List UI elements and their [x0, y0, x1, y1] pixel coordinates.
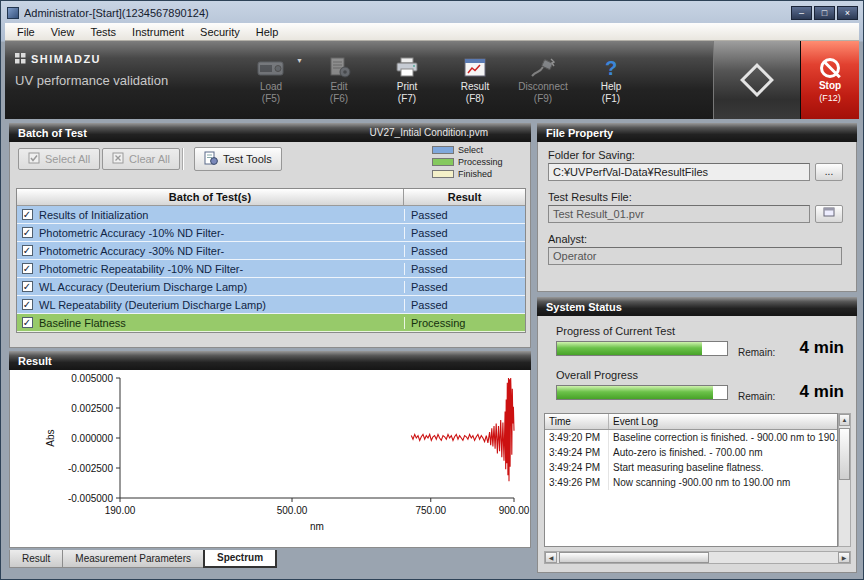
batch-row-wl-accuracy-deuterium-discharge-lamp[interactable]: ✓WL Accuracy (Deuterium Discharge Lamp)P…	[17, 278, 525, 296]
batch-row-wl-repeatability-deuterium-discharge-lamp[interactable]: ✓WL Repeatability (Deuterium Discharge L…	[17, 296, 525, 314]
folder-for-saving-field[interactable]: C:¥UVPerfVal-Data¥ResultFiles	[548, 163, 810, 181]
tab-result[interactable]: Result	[9, 550, 62, 568]
svg-text:nm: nm	[310, 521, 324, 532]
row-checkbox[interactable]: ✓	[22, 245, 33, 256]
batch-row-photometric-accuracy-30-nd-filter[interactable]: ✓Photometric Accuracy -30% ND Filter-Pas…	[17, 242, 525, 260]
print-label: Print	[397, 81, 418, 92]
test-result: Passed	[404, 209, 525, 221]
result-tabs: ResultMeasurement ParametersSpectrum	[9, 550, 277, 568]
row-checkbox[interactable]: ✓	[22, 209, 33, 220]
svg-text:750.00: 750.00	[415, 505, 446, 516]
svg-text:?: ?	[605, 57, 617, 79]
browse-folder-button[interactable]: ...	[815, 163, 843, 181]
legend-label-processing: Processing	[458, 157, 503, 167]
print-button[interactable]: Print(F7)	[373, 41, 441, 119]
start-button[interactable]	[713, 41, 801, 119]
help-shortcut: (F1)	[602, 93, 620, 104]
file-property-header: File Property	[537, 123, 857, 142]
event-log-table: Time Event Log 3:49:20 PMBaseline correc…	[544, 413, 838, 547]
row-checkbox[interactable]: ✓	[22, 227, 33, 238]
row-checkbox[interactable]: ✓	[22, 299, 33, 310]
minimize-button[interactable]: –	[791, 6, 812, 20]
scroll-up-icon[interactable]: ▲	[839, 414, 850, 426]
load-icon	[256, 56, 286, 80]
stop-key: (F12)	[819, 93, 841, 103]
tab-spectrum[interactable]: Spectrum	[203, 550, 277, 568]
load-label: Load	[260, 81, 282, 92]
load-dropdown-icon[interactable]: ▼	[296, 57, 303, 64]
test-result: Passed	[404, 299, 525, 311]
legend-color-select	[432, 146, 454, 154]
clear-all-button[interactable]: Clear All	[102, 148, 180, 170]
batch-row-results-of-initialization[interactable]: ✓Results of InitializationPassed	[17, 206, 525, 224]
close-button[interactable]: ×	[837, 6, 858, 20]
column-header-time[interactable]: Time	[545, 414, 609, 429]
batch-row-baseline-flatness[interactable]: ✓Baseline FlatnessProcessing	[17, 314, 525, 332]
overall-progress-fill	[557, 386, 713, 399]
test-result: Passed	[404, 263, 525, 275]
test-result: Processing	[404, 317, 525, 329]
svg-text:0.002500: 0.002500	[71, 403, 113, 414]
batch-row-photometric-repeatability-10-nd-filter[interactable]: ✓Photometric Repeatability -10% ND Filte…	[17, 260, 525, 278]
menu-instrument[interactable]: Instrument	[124, 24, 192, 40]
app-icon	[7, 7, 19, 19]
menu-security[interactable]: Security	[192, 24, 248, 40]
legend-finished: Finished	[432, 169, 524, 179]
print-icon	[393, 56, 421, 80]
maximize-button[interactable]: □	[814, 6, 835, 20]
spectrum-chart: 0.0050000.0025000.000000-0.002500-0.0050…	[10, 370, 530, 546]
event-text: Baseline correction is finished. - 900.0…	[609, 430, 837, 445]
svg-text:Abs: Abs	[45, 429, 56, 446]
select-all-button[interactable]: Select All	[18, 148, 100, 170]
clear-all-label: Clear All	[129, 153, 170, 165]
menu-tests[interactable]: Tests	[82, 24, 124, 40]
select-all-icon	[28, 152, 40, 166]
test-name: Baseline Flatness	[37, 317, 404, 329]
toolbar-buttons: ▼Load(F5)Edit(F6)Print(F7)Result(F8)Disc…	[237, 41, 645, 119]
test-tools-icon	[204, 151, 218, 167]
horizontal-scroll-thumb[interactable]	[559, 552, 709, 563]
help-button[interactable]: ?Help(F1)	[577, 41, 645, 119]
test-name: Results of Initialization	[37, 209, 404, 221]
file-options-button[interactable]	[815, 205, 843, 223]
batch-table-rows: ✓Results of InitializationPassed✓Photome…	[17, 206, 525, 332]
row-checkbox[interactable]: ✓	[22, 317, 33, 328]
test-results-file-label: Test Results File:	[548, 191, 632, 203]
result-button[interactable]: Result(F8)	[441, 41, 509, 119]
event-log-vertical-scrollbar[interactable]: ▲	[838, 413, 851, 547]
event-time: 3:49:26 PM	[545, 475, 609, 490]
edit-button[interactable]: Edit(F6)	[305, 41, 373, 119]
vertical-scroll-thumb[interactable]	[839, 428, 850, 480]
test-results-file-field[interactable]: Test Result_01.pvr	[548, 205, 810, 223]
system-status-title: System Status	[546, 301, 622, 313]
event-log-horizontal-scrollbar[interactable]: ◀ ▶	[544, 551, 851, 564]
stop-button[interactable]: Stop (F12)	[801, 41, 859, 119]
row-checkbox[interactable]: ✓	[22, 281, 33, 292]
stop-label: Stop	[819, 80, 841, 91]
test-tools-label: Test Tools	[223, 153, 272, 165]
batch-file-name: UV27_Intial Condition.pvm	[370, 127, 488, 138]
window-title: Administrator-[Start](1234567890124)	[24, 7, 791, 19]
column-header-batch-of-tests[interactable]: Batch of Test(s)	[17, 189, 404, 205]
test-result: Passed	[404, 245, 525, 257]
column-header-event-log[interactable]: Event Log	[609, 414, 837, 429]
analyst-field[interactable]: Operator	[548, 247, 842, 265]
scroll-left-icon[interactable]: ◀	[545, 552, 557, 563]
disconnect-button[interactable]: Disconnect(F9)	[509, 41, 577, 119]
tab-measurement-parameters[interactable]: Measurement Parameters	[62, 550, 203, 568]
row-checkbox[interactable]: ✓	[22, 263, 33, 274]
menu-help[interactable]: Help	[248, 24, 287, 40]
test-tools-button[interactable]: Test Tools	[194, 147, 282, 171]
load-button[interactable]: ▼Load(F5)	[237, 41, 305, 119]
current-test-progress-label: Progress of Current Test	[556, 325, 675, 337]
batch-row-photometric-accuracy-10-nd-filter[interactable]: ✓Photometric Accuracy -10% ND Filter-Pas…	[17, 224, 525, 242]
scroll-right-icon[interactable]: ▶	[838, 552, 850, 563]
toolbar: SHIMADZU UV performance validation ▼Load…	[5, 41, 859, 119]
checkbox-cell: ✓	[17, 245, 37, 256]
legend-select: Select	[432, 145, 524, 155]
menu-file[interactable]: File	[9, 24, 43, 40]
file-property-panel: Folder for Saving: C:¥UVPerfVal-Data¥Res…	[537, 142, 857, 292]
column-header-result[interactable]: Result	[404, 189, 525, 205]
menu-view[interactable]: View	[43, 24, 83, 40]
svg-text:190.00: 190.00	[105, 505, 136, 516]
